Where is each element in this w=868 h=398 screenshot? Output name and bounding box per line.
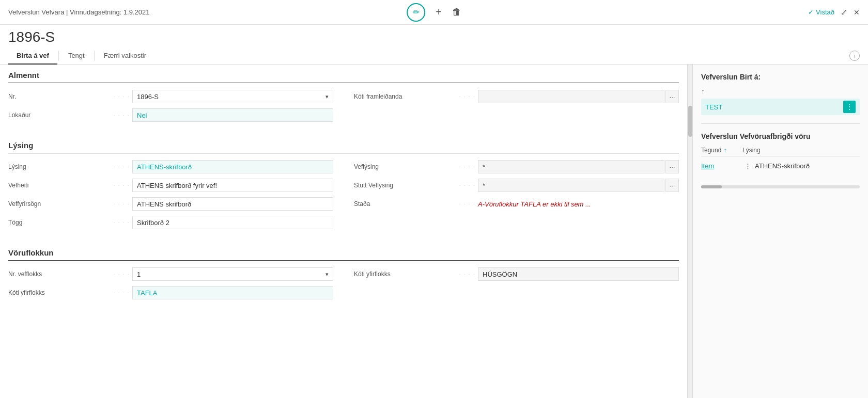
vefheiti-input[interactable] <box>132 179 333 192</box>
close-icon[interactable]: ✕ <box>854 8 860 17</box>
field-lysing: Lýsing · · · · · · · · <box>8 160 333 174</box>
rp-item-link[interactable]: Item <box>701 162 714 170</box>
koti-yfirflokks-input[interactable] <box>478 267 679 281</box>
add-button[interactable]: + <box>436 6 442 18</box>
almennt-fields: Nr. · · · · · · · · 1896-S ▾ Lokaður · ·… <box>8 89 679 126</box>
koti-yfirflokks-2-input[interactable] <box>132 286 333 299</box>
section-lysing: Lýsing <box>8 135 679 153</box>
nr-select[interactable]: 1896-S ▾ <box>132 90 333 103</box>
tab-birta[interactable]: Birta á vef <box>8 47 57 65</box>
rp-vefvoru-title: Vefverslun Vefvöruafbrigði vöru <box>701 132 860 140</box>
lysing-right: Veflýsing · · · · · · · · ··· Stutt Vefl… <box>354 160 679 234</box>
stutt-veflysing-ellipsis[interactable]: ··· <box>665 179 679 192</box>
rp-test-link[interactable]: TEST <box>705 103 843 111</box>
field-lokaður-value <box>132 108 333 122</box>
field-koti-framleidanda: Kóti framleiðanda · · · · · · · · ··· <box>354 89 679 104</box>
rp-col-tegund: Tegund ↑ <box>701 147 742 154</box>
field-lysing-label: Lýsing <box>8 163 112 170</box>
rp-up-arrow[interactable]: ↑ <box>701 87 860 95</box>
lysing-fields: Lýsing · · · · · · · · Vefheiti · · · · … <box>8 160 679 234</box>
right-panel: Vefverslun Birt á: ↑ TEST ⋮ Vefverslun V… <box>692 65 868 398</box>
field-veffyrirsogn: Veffyrirsögn · · · · · · · · <box>8 197 333 211</box>
field-nr-vefflokks-label: Nr. vefflokks <box>8 270 112 278</box>
top-bar-center: ✏ + 🗑 <box>407 3 461 22</box>
rp-test-row: TEST ⋮ <box>701 99 860 115</box>
dots-3: · · · · · · · · <box>457 94 478 99</box>
tab-tengt[interactable]: Tengt <box>60 47 93 65</box>
koti-framleidanda-ellipsis[interactable]: ··· <box>665 90 679 103</box>
veffyrirsogn-input[interactable] <box>132 197 333 211</box>
togg-input[interactable] <box>132 216 333 229</box>
voruflokkun-fields: Nr. vefflokks · · · · · · · · 1 ▾ Kóti y… <box>8 267 679 304</box>
lysing-input[interactable] <box>132 160 333 173</box>
rp-item-type: Item <box>701 162 742 170</box>
top-bar-right: ✓ Vistað ⤢ ✕ <box>808 7 860 17</box>
dots-12: · · · · · · · · <box>112 290 132 295</box>
dots-1: · · · · · · · · <box>112 94 132 99</box>
field-stutt-label: Stutt Veflýsing <box>354 182 457 189</box>
saved-button[interactable]: ✓ Vistað <box>808 8 834 16</box>
field-togg-value <box>132 216 333 229</box>
field-koti-yfirflokks-2: Kóti yfirflokks · · · · · · · · <box>8 285 333 300</box>
field-stutt-veflysing: Stutt Veflýsing · · · · · · · · ··· <box>354 178 679 193</box>
dots-5: · · · · · · · · <box>112 183 132 188</box>
stutt-veflysing-input[interactable] <box>478 179 664 192</box>
field-togg: Tögg · · · · · · · · <box>8 215 333 230</box>
field-lysing-value <box>132 160 333 173</box>
rp-test-kebab[interactable]: ⋮ <box>843 101 856 113</box>
field-stada-label: Staða <box>354 200 457 208</box>
field-veffyrirsogn-value <box>132 197 333 211</box>
top-bar: Vefverslun Vefvara | Vinnudagsetning: 1.… <box>0 0 868 25</box>
tab-faerri[interactable]: Færri valkostir <box>96 47 154 65</box>
tab-separator-2 <box>94 51 95 61</box>
info-icon[interactable]: i <box>849 51 860 61</box>
field-nr-label: Nr. <box>8 93 112 100</box>
dots-2: · · · · · · · · <box>112 113 132 118</box>
rp-col-lysing: Lýsing <box>742 147 860 154</box>
dots-6: · · · · · · · · <box>112 201 132 206</box>
rp-birt-title: Vefverslun Birt á: <box>701 73 860 81</box>
field-stutt-value: ··· <box>478 179 679 192</box>
lokaður-input[interactable] <box>132 108 333 122</box>
tab-separator-1 <box>58 51 59 61</box>
field-koti-value: ··· <box>478 90 679 103</box>
field-koti-label: Kóti framleiðanda <box>354 93 457 100</box>
field-koti-yfirflokks-label: Kóti yfirflokks <box>354 270 457 278</box>
scrollbar-track[interactable] <box>687 65 692 398</box>
voruflokkun-right: Kóti yfirflokks · · · · · · · · <box>354 267 679 304</box>
veflysing-ellipsis[interactable]: ··· <box>665 160 679 173</box>
nr-vefflokks-select[interactable]: 1 ▾ <box>132 267 333 281</box>
koti-framleidanda-input[interactable] <box>478 90 664 103</box>
page-title: 1896-S <box>0 25 868 47</box>
field-vefheiti: Vefheiti · · · · · · · · <box>8 178 333 193</box>
rp-item-kebab[interactable]: ⋮ <box>742 161 753 171</box>
delete-button[interactable]: 🗑 <box>452 7 461 18</box>
field-lokaður: Lokaður · · · · · · · · <box>8 108 333 122</box>
field-koti-yfirflokks-value <box>478 267 679 281</box>
field-nr-vefflokks: Nr. vefflokks · · · · · · · · 1 ▾ <box>8 267 333 281</box>
rp-bottom-scrollbar <box>701 173 860 188</box>
field-lokaður-label: Lokaður <box>8 112 112 119</box>
rp-divider <box>701 123 860 124</box>
dots-13: · · · · · · · · <box>457 272 478 277</box>
field-veflysing-value: ··· <box>478 160 679 173</box>
field-stada: Staða · · · · · · · · A-Vöruflokkur TAFL… <box>354 197 679 211</box>
rp-scrollbar-track[interactable] <box>701 185 860 188</box>
field-nr-value: 1896-S ▾ <box>132 90 333 103</box>
lysing-left: Lýsing · · · · · · · · Vefheiti · · · · … <box>8 160 333 234</box>
scrollbar-thumb[interactable] <box>688 106 692 137</box>
section-almennt: Almennt <box>8 65 679 83</box>
expand-icon[interactable]: ⤢ <box>841 7 847 17</box>
rp-item-desc: ATHENS-skrifborð <box>755 162 810 170</box>
edit-button[interactable]: ✏ <box>407 3 425 22</box>
veflysing-input[interactable] <box>478 160 664 173</box>
field-veflysing-label: Veflýsing <box>354 163 457 170</box>
almennt-right: Kóti framleiðanda · · · · · · · · ··· <box>354 89 679 126</box>
field-vefheiti-label: Vefheiti <box>8 182 112 189</box>
form-scroll[interactable]: Almennt Nr. · · · · · · · · 1896-S ▾ <box>0 65 687 398</box>
dots-9: · · · · · · · · <box>457 183 478 188</box>
field-togg-label: Tögg <box>8 219 112 226</box>
main-area: Almennt Nr. · · · · · · · · 1896-S ▾ <box>0 65 868 398</box>
rp-scrollbar-thumb[interactable] <box>701 185 722 188</box>
section-voruflokkun: Vöruflokkun <box>8 242 679 261</box>
